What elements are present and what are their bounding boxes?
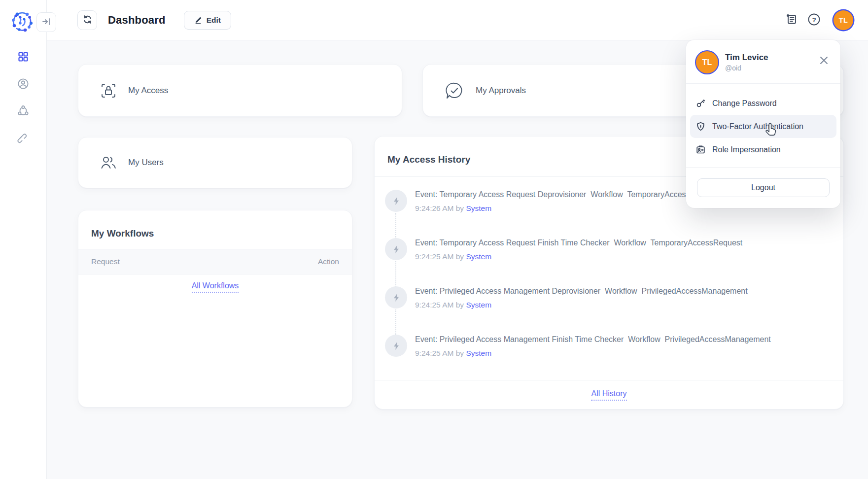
- id-badge-icon: [696, 145, 705, 154]
- history-event-row: Event: Privileged Access Management Depr…: [385, 285, 826, 312]
- event-bolt-icon: [385, 238, 407, 260]
- event-time: 9:24:26 AM: [415, 204, 453, 212]
- user-handle: @oid: [725, 63, 768, 73]
- close-user-menu-button[interactable]: [818, 55, 830, 67]
- edit-pencil-icon: [194, 16, 202, 24]
- my-access-lock-icon: [100, 82, 117, 100]
- link-icon: [17, 132, 30, 146]
- workflows-table-header: Request Action: [78, 249, 352, 274]
- user-menu-items: Change Password Two-Factor Authenticatio…: [686, 84, 840, 167]
- event-actor-link[interactable]: System: [466, 301, 491, 309]
- svg-text:?: ?: [812, 16, 816, 23]
- history-event-row: Event: Privileged Access Management Fini…: [385, 333, 826, 361]
- help-button[interactable]: ?: [805, 11, 823, 29]
- user-menu-avatar: TL: [696, 51, 718, 73]
- my-users-icon: [100, 154, 117, 171]
- user-menu-footer: Logout: [686, 167, 840, 208]
- workflows-link-row: All Workflows: [78, 274, 352, 293]
- event-bolt-icon: [385, 286, 407, 308]
- refresh-button[interactable]: [77, 10, 97, 30]
- user-menu-popover: TL Tim Levice @oid: [686, 40, 840, 208]
- app-window: Dashboard Edit ?: [0, 0, 868, 479]
- menu-item-label: Two-Factor Authentication: [712, 122, 803, 131]
- history-footer: All History: [375, 380, 843, 409]
- key-icon: [696, 99, 705, 108]
- my-users-label: My Users: [128, 158, 164, 168]
- menu-item-label: Role Impersonation: [712, 145, 781, 154]
- my-users-card[interactable]: My Users: [78, 137, 352, 188]
- event-by-label: by: [456, 204, 464, 212]
- edit-button[interactable]: Edit: [184, 11, 231, 30]
- changelog-button[interactable]: [783, 11, 800, 29]
- app-logo-icon: [10, 9, 34, 33]
- my-workflows-card: My Workflows Request Action All Workflow…: [78, 210, 352, 408]
- event-title: Event: Privileged Access Management Fini…: [415, 333, 771, 346]
- event-title: Event: Privileged Access Management Depr…: [415, 285, 748, 298]
- sidebar-item-users[interactable]: [13, 75, 33, 95]
- refresh-icon: [83, 15, 92, 26]
- topbar: Dashboard Edit ?: [46, 0, 868, 40]
- event-bolt-icon: [385, 190, 407, 212]
- my-approvals-chat-check-icon: [444, 80, 465, 101]
- edit-button-label: Edit: [207, 16, 221, 25]
- menu-item-two-factor-authentication[interactable]: Two-Factor Authentication: [690, 115, 836, 138]
- event-time: 9:24:25 AM: [415, 349, 453, 357]
- menu-item-label: Change Password: [712, 99, 777, 108]
- my-approvals-label: My Approvals: [476, 86, 526, 96]
- workflows-hub-icon: [17, 104, 30, 119]
- sidebar: [0, 0, 47, 479]
- user-circle-icon: [17, 77, 30, 92]
- dashboard-grid-icon: [17, 51, 29, 65]
- changelog-icon: [785, 13, 798, 27]
- menu-item-change-password[interactable]: Change Password: [690, 92, 836, 115]
- user-avatar[interactable]: TL: [833, 10, 853, 30]
- event-actor-link[interactable]: System: [466, 349, 491, 357]
- close-icon: [819, 56, 829, 67]
- all-history-link[interactable]: All History: [591, 389, 626, 401]
- event-title: Event: Temporary Access Request Deprovis…: [415, 188, 719, 201]
- event-actor-link[interactable]: System: [466, 252, 491, 261]
- event-time: 9:24:25 AM: [415, 301, 453, 309]
- help-icon: ?: [807, 13, 821, 28]
- sidebar-nav: [0, 48, 46, 149]
- event-time: 9:24:25 AM: [415, 252, 453, 261]
- event-title: Event: Temporary Access Request Finish T…: [415, 237, 742, 249]
- column-action: Action: [318, 257, 339, 266]
- sidebar-item-workflows[interactable]: [13, 102, 33, 122]
- event-by-label: by: [456, 349, 464, 357]
- event-actor-link[interactable]: System: [466, 204, 491, 212]
- logout-button[interactable]: Logout: [697, 178, 830, 197]
- column-request: Request: [91, 257, 120, 266]
- user-name: Tim Levice: [725, 52, 768, 63]
- event-bolt-icon: [385, 335, 407, 357]
- event-by-label: by: [456, 301, 464, 309]
- sidebar-item-dashboard[interactable]: [13, 48, 33, 68]
- history-event-row: Event: Temporary Access Request Finish T…: [385, 237, 826, 264]
- user-menu-identity: Tim Levice @oid: [725, 51, 768, 73]
- collapse-sidebar-icon: [42, 17, 51, 28]
- user-menu-header: TL Tim Levice @oid: [686, 40, 840, 84]
- my-access-card[interactable]: My Access: [78, 64, 402, 117]
- collapse-sidebar-button[interactable]: [36, 12, 56, 32]
- shield-icon: [696, 122, 705, 131]
- page-title: Dashboard: [108, 14, 166, 27]
- sidebar-item-links[interactable]: [13, 129, 33, 149]
- my-workflows-title: My Workflows: [78, 218, 352, 239]
- all-workflows-link[interactable]: All Workflows: [192, 281, 239, 293]
- my-access-label: My Access: [128, 86, 168, 96]
- event-by-label: by: [456, 252, 464, 261]
- menu-item-role-impersonation[interactable]: Role Impersonation: [690, 138, 836, 161]
